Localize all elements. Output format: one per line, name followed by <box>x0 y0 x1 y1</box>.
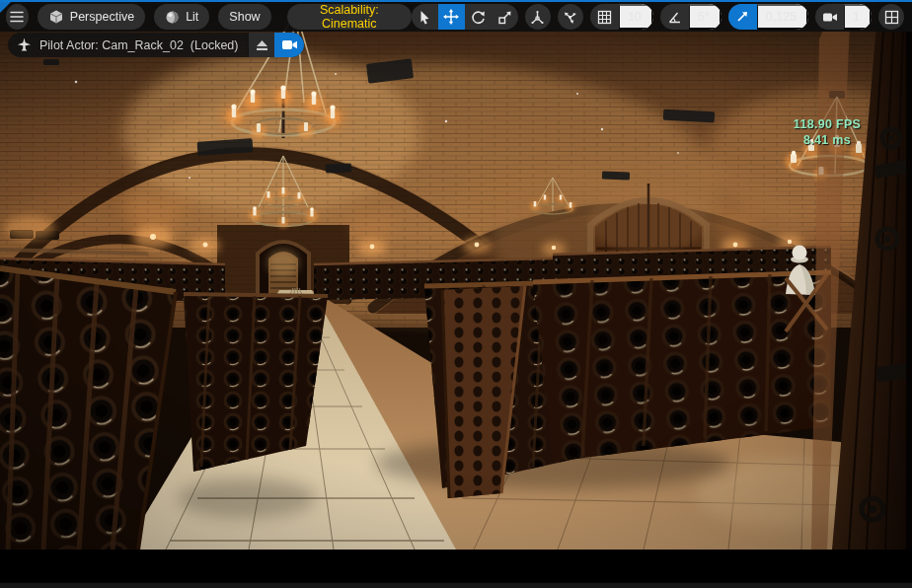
cursor-arrow-icon <box>418 10 431 25</box>
maximize-viewport-button[interactable] <box>878 4 904 30</box>
grid-snap-toggle[interactable] <box>590 4 619 30</box>
axis-gizmo-icon <box>530 10 545 25</box>
grid-icon <box>597 10 612 25</box>
transform-tools <box>412 4 518 30</box>
wine-cellar-scene[interactable] <box>0 0 912 550</box>
camera-speed-control: 1 <box>815 4 872 30</box>
camera-speed-value[interactable]: 1 <box>844 4 872 30</box>
level-viewport[interactable]: Perspective Lit Show Scalability: Cinema… <box>0 0 912 550</box>
fps-counter: 118.90 FPS 8.41 ms <box>776 117 878 148</box>
scale-snap-control: 0,125 <box>728 4 808 30</box>
move-tool-button[interactable] <box>438 4 465 30</box>
rotation-snap-control: 5° <box>660 4 722 30</box>
pilot-actor-label: Pilot Actor: Cam_Rack_02 (Locked) <box>39 38 238 52</box>
unreal-editor-window: Perspective Lit Show Scalability: Cinema… <box>0 0 912 588</box>
rotation-snap-value[interactable]: 5° <box>689 4 722 30</box>
scale-box-arrow-icon <box>497 10 512 25</box>
rotate-tool-button[interactable] <box>465 4 492 30</box>
surface-snap-button[interactable] <box>558 4 583 30</box>
grid-snap-value[interactable]: 10 <box>619 4 653 30</box>
scale-tool-button[interactable] <box>492 4 518 30</box>
toolbar-left-group: Perspective Lit Show Scalability: Cinema… <box>6 4 412 30</box>
lit-sphere-icon <box>165 10 180 25</box>
select-tool-button[interactable] <box>412 4 438 30</box>
pilot-actor-bar: Pilot Actor: Cam_Rack_02 (Locked) <box>8 33 304 57</box>
stop-piloting-button[interactable] <box>248 33 274 57</box>
scalability-button[interactable]: Scalability: Cinematic <box>287 4 412 30</box>
grid-snap-control: 10 <box>590 4 653 30</box>
diagonal-arrow-icon <box>735 10 749 24</box>
eject-icon <box>256 39 268 51</box>
camera-icon <box>822 11 838 24</box>
viewport-toolbar: Perspective Lit Show Scalability: Cinema… <box>0 2 912 32</box>
scale-snap-value[interactable]: 0,125 <box>757 4 808 30</box>
pilot-actor-info: Pilot Actor: Cam_Rack_02 (Locked) <box>8 33 248 57</box>
letterbox-bottom-bar <box>0 550 912 582</box>
camera-icon <box>281 38 298 51</box>
perspective-button[interactable]: Perspective <box>38 4 145 30</box>
rotation-snap-toggle[interactable] <box>660 4 689 30</box>
coordinate-space-button[interactable] <box>525 4 551 30</box>
airplane-icon <box>17 37 32 52</box>
window-bottom-strip <box>0 582 912 588</box>
snap-arrows-icon <box>563 10 577 25</box>
rotate-arrows-icon <box>471 10 486 25</box>
view-mode-button[interactable]: Lit <box>154 4 209 30</box>
perspective-label: Perspective <box>70 10 134 24</box>
frame-time-value: 8.41 ms <box>776 133 878 149</box>
move-cross-arrows-icon <box>443 9 459 25</box>
toolbar-right-group: 10 5° <box>412 4 904 30</box>
quad-pane-icon <box>884 10 899 25</box>
angle-icon <box>667 10 682 25</box>
viewport-focus-border <box>0 0 912 2</box>
pilot-camera-view-button[interactable] <box>274 33 304 57</box>
cube-icon <box>48 9 64 25</box>
camera-speed-toggle[interactable] <box>815 4 844 30</box>
vignette <box>0 0 912 550</box>
view-mode-label: Lit <box>186 10 198 24</box>
viewport-corner-marker <box>0 0 13 13</box>
show-label: Show <box>229 10 260 24</box>
scalability-label: Scalability: Cinematic <box>298 3 401 31</box>
show-button[interactable]: Show <box>218 4 270 30</box>
fps-value: 118.90 FPS <box>776 117 878 133</box>
scale-snap-toggle[interactable] <box>728 4 757 30</box>
